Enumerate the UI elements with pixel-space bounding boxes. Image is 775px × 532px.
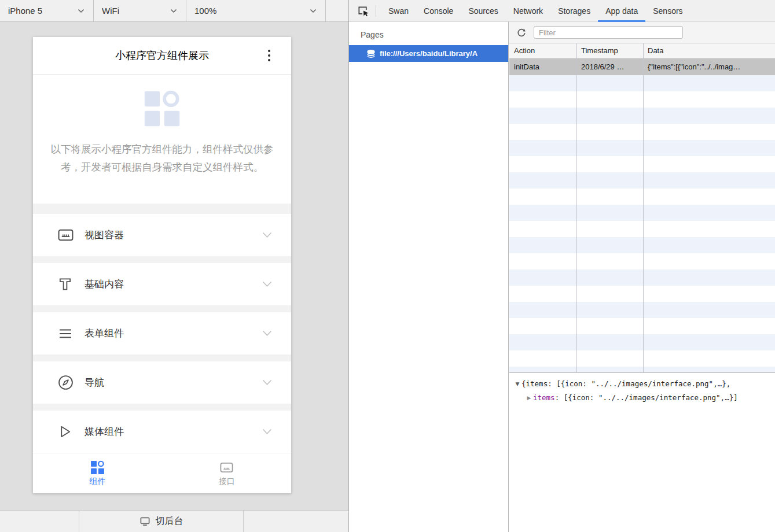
tab-label: 组件 xyxy=(90,476,106,487)
app-title: 小程序官方组件展示 xyxy=(115,49,209,62)
menu-item-label: 表单组件 xyxy=(85,327,262,340)
devtools-tab-storages[interactable]: Storages xyxy=(550,0,598,22)
chevron-down-icon xyxy=(262,428,272,435)
app-data-panel: Action Timestamp Data initData 2018/6/29… xyxy=(509,22,775,532)
disclosure-collapsed-icon[interactable]: ▶ xyxy=(525,391,533,405)
kebab-menu-icon[interactable] xyxy=(268,50,270,61)
phone-simulator: 小程序官方组件展示 以下将展示小程序官方组件能力，组件样式仅供参考，开发者可根据… xyxy=(33,37,291,493)
section-divider xyxy=(33,204,291,214)
app-data-toolbar xyxy=(509,22,775,43)
menu-item-label: 基础内容 xyxy=(85,278,262,291)
devtools-tab-swan[interactable]: Swan xyxy=(381,0,416,22)
cell-action: initData xyxy=(509,59,576,75)
menu-item-label: 视图容器 xyxy=(85,228,262,242)
column-header-data: Data xyxy=(643,43,775,58)
chevron-down-icon xyxy=(262,281,272,287)
switch-to-background-button[interactable]: 切后台 xyxy=(79,511,243,532)
devtools-tab-network[interactable]: Network xyxy=(506,0,550,22)
disclosure-expanded-icon[interactable]: ▼ xyxy=(513,378,521,391)
hero-section: 以下将展示小程序官方组件能力，组件样式仅供参考，开发者可根据自身需求自定义组件样… xyxy=(33,75,291,204)
divider xyxy=(243,511,244,532)
table-row[interactable]: initData 2018/6/29 … {"items":[{"icon":"… xyxy=(509,59,775,75)
column-divider xyxy=(576,43,577,373)
page-url: file:///Users/baidu/Library/A xyxy=(380,49,478,58)
play-icon xyxy=(58,424,74,439)
chevron-down-icon xyxy=(78,9,85,13)
devtools-tab-app-data[interactable]: App data xyxy=(598,0,645,22)
inspect-icon xyxy=(357,4,370,17)
column-divider xyxy=(643,43,644,373)
hero-description: 以下将展示小程序官方组件能力，组件样式仅供参考，开发者可根据自身需求自定义组件样… xyxy=(50,141,274,176)
monitor-icon xyxy=(139,516,150,527)
tab-components[interactable]: 组件 xyxy=(33,453,162,493)
divider xyxy=(376,5,376,17)
chevron-down-icon xyxy=(262,330,272,337)
components-icon xyxy=(90,460,105,475)
components-logo-icon xyxy=(143,90,181,128)
compass-icon xyxy=(58,375,74,390)
menu-item-form-components[interactable]: 表单组件 xyxy=(33,312,291,354)
section-divider xyxy=(33,404,291,411)
devtools-tab-sources[interactable]: Sources xyxy=(461,0,505,22)
page-list-item-selected[interactable]: file:///Users/baidu/Library/A xyxy=(349,45,508,62)
form-icon xyxy=(58,326,74,341)
chevron-down-icon xyxy=(310,9,317,13)
pages-sidebar: Pages file:///Users/baidu/Library/A xyxy=(349,22,509,532)
pages-sidebar-title: Pages xyxy=(349,22,508,45)
tree-root-text: {items: [{icon: "../../images/interface.… xyxy=(521,379,730,388)
menu-item-media-components[interactable]: 媒体组件 xyxy=(33,411,291,453)
device-select-value: iPhone 5 xyxy=(8,6,42,16)
chevron-down-icon xyxy=(170,9,177,13)
zoom-select[interactable]: 100% xyxy=(186,0,326,21)
devtools-tab-sensors[interactable]: Sensors xyxy=(645,0,690,22)
table-empty-rows xyxy=(509,75,775,373)
switch-to-background-label: 切后台 xyxy=(156,515,183,527)
network-select-value: WiFi xyxy=(102,6,119,16)
section-divider xyxy=(33,256,291,263)
inspect-element-button[interactable] xyxy=(356,4,370,18)
devtools-panel: Swan Console Sources Network Storages Ap… xyxy=(348,0,775,532)
menu-item-label: 媒体组件 xyxy=(85,425,262,438)
column-header-timestamp: Timestamp xyxy=(576,43,643,58)
tree-child-node[interactable]: ▶items: [{icon: "../../images/interface.… xyxy=(525,391,775,405)
column-header-action: Action xyxy=(509,43,576,58)
network-select[interactable]: WiFi xyxy=(94,0,186,21)
menu-item-basic-content[interactable]: 基础内容 xyxy=(33,263,291,305)
tab-label: 接口 xyxy=(219,476,235,487)
chevron-down-icon xyxy=(262,379,272,386)
section-divider xyxy=(33,305,291,312)
menu-item-label: 导航 xyxy=(85,376,262,389)
device-toolbar: iPhone 5 WiFi 100% xyxy=(0,0,348,22)
view-container-icon xyxy=(58,227,74,243)
tree-value: : [{icon: "../../images/interface.png",…… xyxy=(555,393,738,402)
tree-root-node[interactable]: ▼{items: [{icon: "../../images/interface… xyxy=(513,377,775,391)
cell-data: {"items":[{"icon":"../../imag… xyxy=(643,59,775,75)
tree-key: items xyxy=(533,393,555,402)
refresh-icon xyxy=(516,27,527,38)
devtools-tab-console[interactable]: Console xyxy=(416,0,461,22)
tab-api[interactable]: 接口 xyxy=(162,453,291,493)
data-tree-view: ▼{items: [{icon: "../../images/interface… xyxy=(509,374,775,532)
simulator-bottom-bar: 切后台 xyxy=(0,510,348,532)
api-icon xyxy=(219,460,234,475)
app-tabbar: 组件 接口 xyxy=(33,453,291,493)
app-header: 小程序官方组件展示 xyxy=(33,37,291,75)
database-icon xyxy=(366,49,376,58)
text-icon xyxy=(58,276,74,292)
filter-input[interactable] xyxy=(534,26,683,39)
zoom-select-value: 100% xyxy=(194,6,216,16)
chevron-down-icon xyxy=(262,232,272,238)
simulator-area: 小程序官方组件展示 以下将展示小程序官方组件能力，组件样式仅供参考，开发者可根据… xyxy=(0,22,348,532)
menu-item-view-container[interactable]: 视图容器 xyxy=(33,214,291,256)
table-header: Action Timestamp Data xyxy=(509,43,775,59)
menu-item-navigation[interactable]: 导航 xyxy=(33,361,291,404)
devtools-tabbar: Swan Console Sources Network Storages Ap… xyxy=(349,0,775,22)
cell-timestamp: 2018/6/29 … xyxy=(576,59,643,75)
device-select[interactable]: iPhone 5 xyxy=(0,0,94,21)
section-divider xyxy=(33,354,291,361)
refresh-button[interactable] xyxy=(515,26,528,39)
